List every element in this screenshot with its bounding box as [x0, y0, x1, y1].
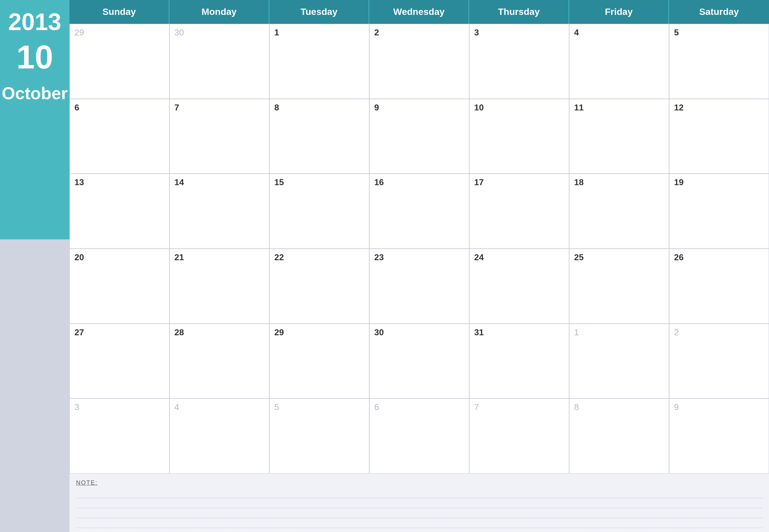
- day-number: 18: [574, 177, 664, 187]
- day-cell: 8: [269, 99, 369, 174]
- notes-label: NOTE:: [76, 479, 762, 486]
- day-number: 8: [574, 402, 664, 412]
- calendar-container: 2013 10 October SundayMondayTuesdayWedne…: [0, 0, 769, 532]
- day-number: 25: [574, 252, 664, 263]
- day-cell: 31: [469, 324, 569, 399]
- day-cell: 5: [269, 398, 369, 473]
- day-number: 7: [174, 102, 264, 113]
- day-cell: 19: [669, 174, 769, 249]
- day-number: 21: [174, 252, 264, 263]
- day-number: 27: [74, 327, 164, 338]
- day-cell: 6: [69, 99, 169, 174]
- day-number: 26: [674, 252, 764, 263]
- day-number: 30: [374, 327, 464, 338]
- day-cell: 30: [169, 24, 269, 99]
- day-cell: 1: [569, 324, 669, 399]
- day-number: 7: [474, 402, 564, 412]
- day-number: 3: [74, 402, 164, 412]
- day-number: 6: [74, 102, 164, 113]
- day-number: 17: [474, 177, 564, 187]
- main-area: SundayMondayTuesdayWednesdayThursdayFrid…: [69, 0, 769, 532]
- day-cell: 14: [169, 174, 269, 249]
- day-number: 31: [474, 327, 564, 338]
- notes-line-4: [76, 519, 762, 528]
- day-cell: 2: [369, 24, 469, 99]
- day-cell: 13: [69, 174, 169, 249]
- day-cell: 2: [669, 324, 769, 399]
- day-number: 2: [674, 327, 764, 338]
- day-cell: 10: [469, 99, 569, 174]
- day-cell: 9: [669, 398, 769, 473]
- day-number: 15: [274, 177, 364, 187]
- notes-line-1: [76, 489, 762, 498]
- day-cell: 4: [569, 24, 669, 99]
- header-cell-sunday: Sunday: [69, 0, 169, 24]
- day-cell: 9: [369, 99, 469, 174]
- header-cell-tuesday: Tuesday: [269, 0, 369, 24]
- day-number: 29: [74, 27, 164, 38]
- sidebar: 2013 10 October: [0, 0, 69, 532]
- day-cell: 29: [69, 24, 169, 99]
- day-number: 8: [274, 102, 364, 113]
- day-cell: 5: [669, 24, 769, 99]
- day-cell: 12: [669, 99, 769, 174]
- day-number: 4: [174, 402, 264, 412]
- day-cell: 28: [169, 324, 269, 399]
- day-number: 1: [274, 27, 364, 38]
- calendar-header: SundayMondayTuesdayWednesdayThursdayFrid…: [69, 0, 769, 24]
- day-cell: 20: [69, 249, 169, 324]
- day-number: 14: [174, 177, 264, 187]
- day-cell: 7: [469, 398, 569, 473]
- day-number: 5: [674, 27, 764, 38]
- day-cell: 27: [69, 324, 169, 399]
- header-cell-saturday: Saturday: [669, 0, 769, 24]
- day-cell: 17: [469, 174, 569, 249]
- day-cell: 29: [269, 324, 369, 399]
- day-number: 11: [574, 102, 664, 113]
- day-number: 13: [74, 177, 164, 187]
- day-cell: 26: [669, 249, 769, 324]
- notes-section: NOTE:: [69, 473, 769, 532]
- day-number: 12: [674, 102, 764, 113]
- day-cell: 8: [569, 398, 669, 473]
- calendar-grid: 2930123456789101112131415161718192021222…: [69, 24, 769, 473]
- day-cell: 23: [369, 249, 469, 324]
- day-number: 10: [474, 102, 564, 113]
- day-number: 9: [374, 102, 464, 113]
- day-number: 24: [474, 252, 564, 263]
- sidebar-month-number: 10: [16, 40, 53, 73]
- day-number: 22: [274, 252, 364, 263]
- day-cell: 24: [469, 249, 569, 324]
- day-cell: 6: [369, 398, 469, 473]
- day-cell: 18: [569, 174, 669, 249]
- header-cell-thursday: Thursday: [469, 0, 569, 24]
- day-number: 30: [174, 27, 264, 38]
- day-cell: 4: [169, 398, 269, 473]
- day-number: 23: [374, 252, 464, 263]
- day-number: 1: [574, 327, 664, 338]
- day-number: 2: [374, 27, 464, 38]
- day-number: 5: [274, 402, 364, 412]
- header-cell-friday: Friday: [569, 0, 669, 24]
- day-number: 19: [674, 177, 764, 187]
- day-cell: 22: [269, 249, 369, 324]
- day-number: 4: [574, 27, 664, 38]
- day-number: 28: [174, 327, 264, 338]
- day-number: 16: [374, 177, 464, 187]
- day-cell: 15: [269, 174, 369, 249]
- day-number: 3: [474, 27, 564, 38]
- day-cell: 11: [569, 99, 669, 174]
- notes-line-3: [76, 509, 762, 518]
- notes-line-2: [76, 499, 762, 508]
- day-number: 20: [74, 252, 164, 263]
- day-cell: 16: [369, 174, 469, 249]
- day-cell: 7: [169, 99, 269, 174]
- day-cell: 25: [569, 249, 669, 324]
- header-cell-monday: Monday: [169, 0, 269, 24]
- day-number: 6: [374, 402, 464, 412]
- sidebar-year: 2013: [8, 10, 61, 34]
- day-number: 9: [674, 402, 764, 412]
- day-cell: 1: [269, 24, 369, 99]
- day-cell: 30: [369, 324, 469, 399]
- day-cell: 21: [169, 249, 269, 324]
